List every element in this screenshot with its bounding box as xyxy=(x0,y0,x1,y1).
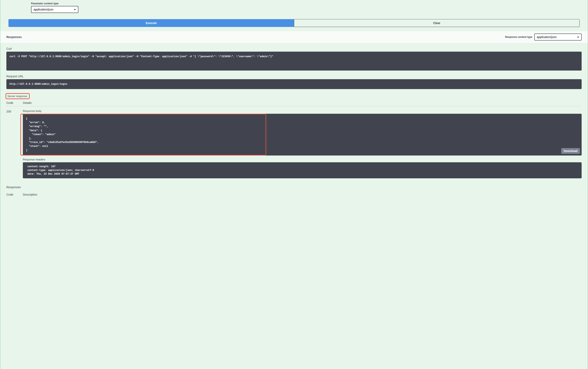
responses-title: Responses xyxy=(6,35,22,39)
parameter-section: Parameter content type application/json xyxy=(0,0,588,19)
responses-header-bar: Responses Response content type applicat… xyxy=(0,31,588,43)
server-response-label: Server response xyxy=(6,93,30,99)
response-content-type-wrapper: Response content type application/json xyxy=(505,33,582,41)
server-response-section: Server response xyxy=(6,93,582,101)
execute-button[interactable]: Execute xyxy=(9,19,294,27)
parameter-content-type-select[interactable]: application/json xyxy=(31,6,78,13)
documented-description-header: Description xyxy=(23,193,582,196)
documented-responses-table-header: Code Description xyxy=(6,193,582,196)
parameter-content-type-label: Parameter content type xyxy=(31,2,584,5)
request-url-label: Request URL xyxy=(6,75,582,78)
response-details: Response body { "errno": 0, "errmsg": ""… xyxy=(23,109,582,178)
code-column-header: Code xyxy=(6,101,23,104)
response-body-wrapper: { "errno": 0, "errmsg": "", "data": { "t… xyxy=(23,114,582,155)
response-body-label: Response body xyxy=(23,109,582,113)
download-button[interactable]: Download xyxy=(561,148,580,154)
response-table-header: Code Details xyxy=(6,101,582,106)
clear-button[interactable]: Clear xyxy=(294,19,579,27)
response-body-section: Curl curl -X POST "http://127.0.0.1:8880… xyxy=(0,43,588,183)
parameter-content-type-select-wrapper: application/json xyxy=(31,6,78,13)
status-code: 200 xyxy=(6,109,23,113)
documented-code-header: Code xyxy=(6,193,23,196)
response-body-block[interactable]: { "errno": 0, "errmsg": "", "data": { "t… xyxy=(23,114,582,155)
curl-label: Curl xyxy=(6,47,582,50)
request-url-block[interactable]: http://127.0.0.1:8880/admin_login/login xyxy=(6,79,582,89)
response-content-type-select[interactable]: application/json xyxy=(534,33,582,41)
response-content-type-select-wrapper: application/json xyxy=(534,33,582,41)
curl-command-block[interactable]: curl -X POST "http://127.0.0.1:8880/admi… xyxy=(6,52,582,71)
response-row: 200 Response body { "errno": 0, "errmsg"… xyxy=(6,109,582,178)
response-content-type-label: Response content type xyxy=(505,36,532,39)
details-column-header: Details xyxy=(23,101,582,104)
response-headers-block[interactable]: content-length: 107 content-type: applic… xyxy=(23,162,582,178)
response-headers-label: Response headers xyxy=(23,158,582,161)
documented-responses-title: Responses xyxy=(6,185,582,189)
action-button-row: Execute Clear xyxy=(0,19,588,31)
swagger-operation-panel: Parameter content type application/json … xyxy=(0,0,588,369)
documented-responses-section: Responses Code Description xyxy=(0,183,588,198)
